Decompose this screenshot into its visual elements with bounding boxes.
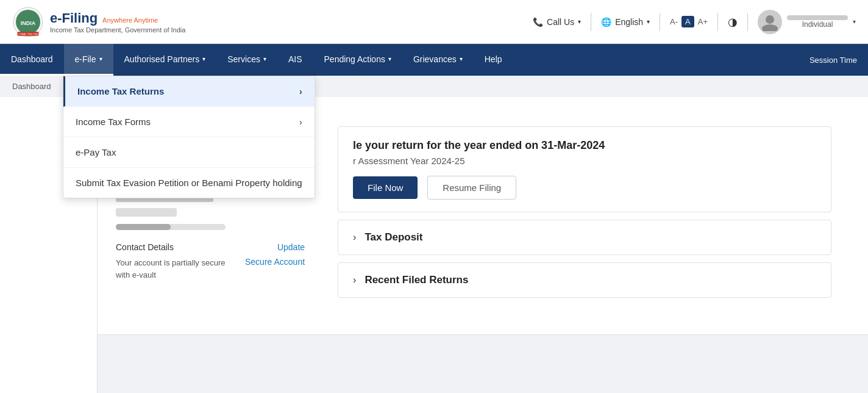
dropdown-submit-tax-evasion[interactable]: Submit Tax Evasion Petition or Benami Pr… (63, 168, 315, 198)
logo-efiling-text: e-Filing Anywhere Anytime (50, 10, 185, 26)
nav-efile-label: e-File (75, 54, 96, 64)
submit-tax-evasion-label: Submit Tax Evasion Petition or Benami Pr… (76, 178, 302, 188)
nav-grievances[interactable]: Grievances ▾ (402, 44, 474, 76)
partners-chevron-icon: ▾ (202, 56, 205, 62)
recent-filed-returns-accordion[interactable]: › Recent Filed Returns (338, 262, 831, 298)
efile-chevron-icon: ▾ (99, 56, 102, 62)
session-time: Session Time (799, 44, 868, 76)
user-area[interactable]: Individual ▾ (758, 10, 856, 34)
user-type-label: Individual (787, 20, 848, 29)
secure-account-link[interactable]: Secure Account (245, 257, 305, 267)
recent-filed-returns-chevron-icon: › (353, 275, 356, 286)
nav-ais-label: AIS (288, 54, 302, 64)
call-us-button[interactable]: 📞 Call Us ▾ (533, 17, 581, 27)
file-return-subtitle: r Assessment Year 2024-25 (353, 156, 816, 166)
nav-authorised-partners-label: Authorised Partners (124, 54, 200, 64)
header: INDIA INCOME TAX DEPT e-Filing Anywhere … (0, 0, 868, 44)
recent-filed-returns-title: Recent Filed Returns (365, 274, 468, 286)
divider-4 (747, 13, 748, 31)
nav-help[interactable]: Help (474, 44, 513, 76)
svg-text:INCOME TAX DEPT: INCOME TAX DEPT (14, 32, 41, 36)
avatar (758, 10, 782, 34)
services-chevron-icon: ▾ (263, 56, 266, 62)
tax-deposit-accordion[interactable]: › Tax Deposit (338, 220, 831, 255)
nav-ais[interactable]: AIS (277, 44, 313, 76)
font-normal-button[interactable]: A (681, 16, 694, 27)
income-tax-forms-arrow-icon: › (299, 117, 302, 127)
efile-dropdown: Income Tax Returns › Income Tax Forms › … (63, 76, 315, 198)
language-selector[interactable]: 🌐 English ▾ (601, 17, 650, 27)
file-now-button[interactable]: File Now (353, 176, 418, 199)
user-info: Individual (787, 15, 848, 29)
update-link[interactable]: Update (277, 242, 305, 252)
nav-services[interactable]: Services ▾ (216, 44, 277, 76)
nav-help-label: Help (485, 54, 502, 64)
file-return-title: le your return for the year ended on 31-… (353, 139, 816, 152)
contact-section: Contact Details Update Your account is p… (116, 242, 305, 281)
resume-filing-button[interactable]: Resume Filing (427, 176, 516, 200)
nav-pending-actions[interactable]: Pending Actions ▾ (313, 44, 402, 76)
tax-deposit-chevron-icon: › (353, 232, 356, 243)
tax-deposit-title: Tax Deposit (365, 231, 422, 243)
nav-grievances-label: Grievances (413, 54, 457, 64)
divider-2 (660, 13, 660, 31)
font-increase-button[interactable]: A+ (698, 17, 708, 26)
contrast-button[interactable]: ◑ (728, 15, 738, 29)
contact-row: Contact Details Update (116, 242, 305, 252)
right-content: le your return for the year ended on 31-… (319, 112, 850, 320)
account-security-text: Your account is partially secure with e-… (116, 257, 238, 281)
header-actions: 📞 Call Us ▾ 🌐 English ▾ A- A A+ ◑ Indivi… (533, 10, 856, 34)
call-chevron-icon: ▾ (578, 18, 581, 25)
font-decrease-button[interactable]: A- (670, 17, 678, 26)
file-return-card: le your return for the year ended on 31-… (338, 126, 831, 212)
grievances-chevron-icon: ▾ (460, 56, 463, 62)
income-tax-returns-arrow-icon: › (299, 87, 302, 96)
divider-1 (591, 13, 591, 31)
nav-spacer (513, 44, 799, 76)
nav-dashboard-label: Dashboard (11, 54, 53, 64)
user-chevron-icon: ▾ (853, 18, 856, 25)
logo-text: e-Filing Anywhere Anytime Income Tax Dep… (50, 10, 185, 34)
dropdown-income-tax-returns[interactable]: Income Tax Returns › (63, 76, 315, 107)
user-name-masked (787, 15, 848, 20)
divider-3 (717, 13, 718, 31)
user-detail-bar (116, 208, 177, 217)
secure-account-row: Your account is partially secure with e-… (116, 257, 305, 281)
lang-chevron-icon: ▾ (647, 18, 650, 25)
nav-efile[interactable]: e-File ▾ (64, 44, 113, 76)
income-tax-returns-label: Income Tax Returns (77, 86, 164, 96)
nav-dashboard[interactable]: Dashboard (0, 44, 64, 76)
dropdown-income-tax-forms[interactable]: Income Tax Forms › (63, 107, 315, 137)
svg-text:INDIA: INDIA (21, 20, 36, 26)
emblem-icon: INDIA INCOME TAX DEPT (12, 6, 44, 38)
logo-dept-text: Income Tax Department, Government of Ind… (50, 26, 185, 34)
nav-authorised-partners[interactable]: Authorised Partners ▾ (113, 44, 217, 76)
font-controls: A- A A+ (670, 16, 708, 27)
epay-tax-label: e-Pay Tax (76, 147, 116, 157)
svg-point-6 (762, 24, 778, 31)
dropdown-epay-tax[interactable]: e-Pay Tax (63, 137, 315, 168)
svg-point-5 (766, 15, 774, 24)
profile-progress-bar (116, 224, 226, 230)
nav-bar: Dashboard e-File ▾ Authorised Partners ▾… (0, 44, 868, 76)
logo-area: INDIA INCOME TAX DEPT e-Filing Anywhere … (12, 6, 525, 38)
phone-icon: 📞 (533, 17, 543, 27)
nav-services-label: Services (227, 54, 260, 64)
globe-icon: 🌐 (601, 17, 611, 27)
contact-details-label: Contact Details (116, 242, 174, 252)
nav-pending-actions-label: Pending Actions (324, 54, 385, 64)
pending-chevron-icon: ▾ (388, 56, 391, 62)
file-return-actions: File Now Resume Filing (353, 176, 816, 200)
income-tax-forms-label: Income Tax Forms (76, 117, 151, 127)
